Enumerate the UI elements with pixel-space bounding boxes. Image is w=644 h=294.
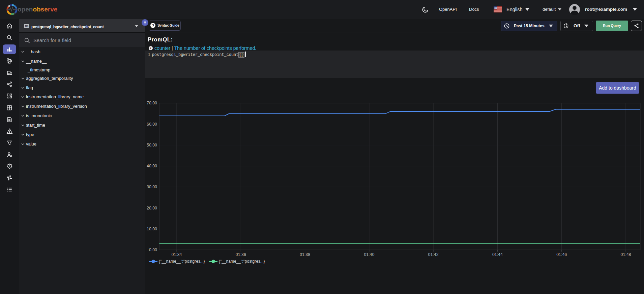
svg-text:10.00: 10.00: [147, 227, 157, 231]
svg-text:50.00: 50.00: [147, 143, 157, 148]
svg-text:30.00: 30.00: [147, 185, 157, 189]
svg-text:{"__name__":"postgres...}: {"__name__":"postgres...}: [219, 259, 265, 264]
svg-text:01:36: 01:36: [236, 252, 246, 257]
svg-text:0.00: 0.00: [149, 248, 157, 252]
svg-text:01:42: 01:42: [428, 252, 439, 257]
svg-text:{"__name__":"postgres...}: {"__name__":"postgres...}: [159, 259, 205, 264]
svg-text:?: ?: [9, 165, 10, 168]
svg-text:70.00: 70.00: [147, 101, 157, 105]
svg-text:01:48: 01:48: [620, 252, 631, 257]
svg-text:20.00: 20.00: [147, 206, 157, 210]
svg-text:60.00: 60.00: [147, 122, 157, 127]
svg-text:01:38: 01:38: [300, 252, 310, 257]
svg-text:01:44: 01:44: [492, 252, 503, 257]
svg-text:01:46: 01:46: [556, 252, 567, 257]
svg-text:01:40: 01:40: [364, 252, 374, 257]
svg-text:40.00: 40.00: [147, 164, 157, 168]
svg-text:01:34: 01:34: [171, 252, 182, 257]
